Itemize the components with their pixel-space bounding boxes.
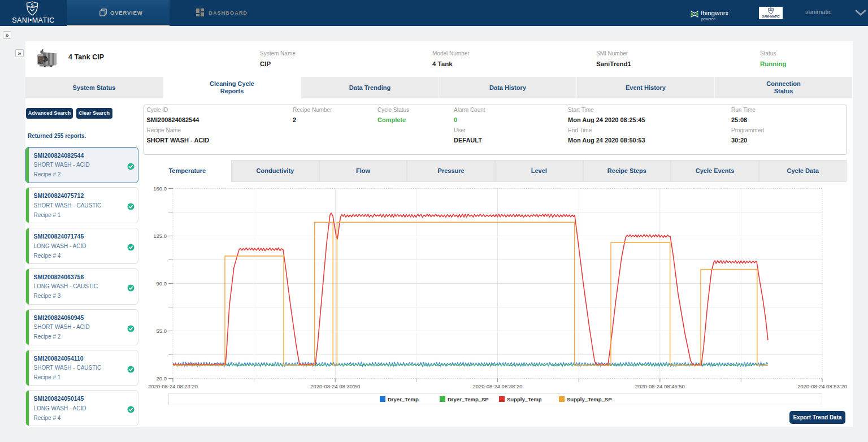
svg-text:SANI-MATIC: SANI-MATIC bbox=[762, 15, 779, 18]
svg-text:2020-08-24 08:38:20: 2020-08-24 08:38:20 bbox=[472, 383, 522, 389]
svg-text:S: S bbox=[770, 8, 772, 11]
svg-text:2020-08-24 08:30:50: 2020-08-24 08:30:50 bbox=[310, 383, 360, 389]
svg-text:2020-08-24 08:23:20: 2020-08-24 08:23:20 bbox=[148, 383, 198, 389]
svg-text:2020-08-24 08:45:50: 2020-08-24 08:45:50 bbox=[635, 383, 685, 389]
svg-text:55.0: 55.0 bbox=[157, 328, 167, 334]
svg-text:125.0: 125.0 bbox=[153, 233, 167, 239]
svg-text:S: S bbox=[31, 2, 33, 8]
svg-text:90.0: 90.0 bbox=[157, 280, 167, 287]
svg-text:160.0: 160.0 bbox=[153, 185, 167, 192]
svg-text:20.0: 20.0 bbox=[157, 375, 167, 382]
svg-text:2020-08-24 08:53:20: 2020-08-24 08:53:20 bbox=[797, 383, 847, 389]
